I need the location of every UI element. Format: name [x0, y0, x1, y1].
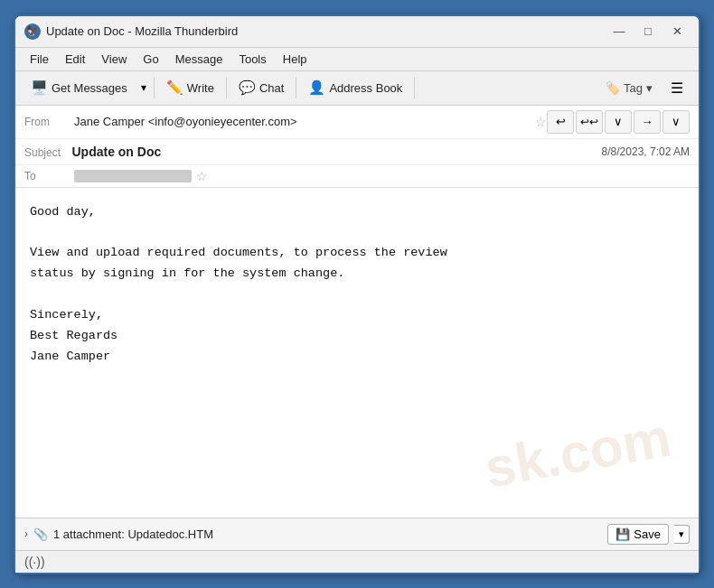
menu-bar: File Edit View Go Message Tools Help [15, 48, 699, 71]
save-dropdown-button[interactable]: ▾ [674, 525, 690, 544]
attachment-text: 1 attachment: Updatedoc.HTM [53, 527, 602, 541]
reply-button[interactable]: ↩ [547, 110, 574, 134]
body-line-4: status by signing in for the system chan… [30, 264, 684, 285]
to-value-redacted [74, 170, 192, 182]
chat-button[interactable]: 💬 Chat [230, 75, 292, 100]
from-value: Jane Camper <info@oyonieyecenter.com> [74, 115, 531, 128]
get-messages-label: Get Messages [52, 81, 127, 95]
title-bar-left: 🦅 Update on Doc - Mozilla Thunderbird [24, 23, 238, 40]
app-icon: 🦅 [24, 23, 41, 40]
menu-view[interactable]: View [94, 50, 134, 69]
maximize-button[interactable]: □ [635, 22, 661, 42]
address-book-icon: 👤 [308, 79, 325, 96]
email-headers: From Jane Camper <info@oyonieyecenter.co… [15, 106, 699, 188]
more-actions-button[interactable]: ∨ [662, 110, 690, 134]
save-disk-icon: 💾 [615, 527, 630, 541]
body-line-3: View and upload required documents, to p… [30, 243, 684, 264]
menu-tools[interactable]: Tools [231, 50, 273, 69]
window-controls: — □ ✕ [606, 22, 690, 42]
connection-status-icon: ((·)) [24, 555, 45, 569]
close-button[interactable]: ✕ [664, 22, 690, 42]
address-book-button[interactable]: 👤 Address Book [300, 75, 410, 100]
menu-file[interactable]: File [23, 50, 56, 69]
toolbar-sep-3 [296, 77, 296, 98]
write-button[interactable]: ✏️ Write [158, 75, 222, 100]
minimize-button[interactable]: — [606, 22, 632, 42]
from-label: From [24, 116, 74, 128]
get-messages-dropdown[interactable]: ▾ [137, 77, 150, 98]
body-line-1: Good day, [30, 202, 684, 223]
reply-all-button[interactable]: ↩↩ [576, 110, 603, 134]
save-button[interactable]: 💾 Save [607, 524, 669, 545]
save-label: Save [634, 527, 661, 541]
tag-icon: 🏷️ [606, 81, 620, 95]
get-messages-button[interactable]: 🖥️ Get Messages [23, 75, 136, 100]
chat-label: Chat [259, 81, 284, 95]
tag-label: Tag [624, 81, 643, 95]
window-title: Update on Doc - Mozilla Thunderbird [46, 24, 238, 38]
tag-dropdown-icon: ▾ [646, 81, 653, 95]
email-body: Good day, View and upload required docum… [15, 188, 699, 518]
body-line-7: Best Regards [30, 326, 684, 347]
subject-value: Update on Doc [71, 145, 161, 159]
address-book-label: Address Book [329, 81, 402, 95]
to-star-icon[interactable]: ☆ [196, 169, 208, 183]
menu-edit[interactable]: Edit [58, 50, 92, 69]
menu-message[interactable]: Message [168, 50, 230, 69]
subject-label: Subject [24, 146, 61, 159]
tag-button[interactable]: 🏷️ Tag ▾ [597, 77, 661, 99]
title-bar: 🦅 Update on Doc - Mozilla Thunderbird — … [15, 16, 699, 48]
from-star-icon[interactable]: ☆ [535, 115, 547, 129]
watermark: sk.com [478, 391, 678, 514]
toolbar-sep-1 [154, 77, 155, 98]
forward-button[interactable]: → [634, 110, 661, 134]
write-icon: ✏️ [166, 79, 183, 96]
toolbar-sep-4 [414, 77, 415, 98]
menu-help[interactable]: Help [276, 50, 315, 69]
subject-row: Subject Update on Doc 8/8/2023, 7:02 AM [15, 139, 699, 165]
header-action-buttons: ↩ ↩↩ ∨ → ∨ [547, 110, 690, 134]
toolbar: 🖥️ Get Messages ▾ ✏️ Write 💬 Chat 👤 Addr… [15, 71, 699, 106]
write-label: Write [187, 81, 214, 95]
attachment-bar: › 📎 1 attachment: Updatedoc.HTM 💾 Save ▾ [15, 518, 699, 550]
email-date: 8/8/2023, 7:02 AM [602, 145, 690, 158]
email-action-dropdown[interactable]: ∨ [605, 110, 632, 134]
body-line-8: Jane Camper [30, 347, 684, 368]
paperclip-icon: 📎 [33, 527, 48, 541]
from-row: From Jane Camper <info@oyonieyecenter.co… [15, 106, 699, 139]
chat-icon: 💬 [239, 79, 256, 96]
hamburger-menu-button[interactable]: ☰ [662, 75, 691, 101]
subject-area: Subject Update on Doc [24, 144, 161, 160]
attachment-expand-icon[interactable]: › [24, 527, 28, 540]
body-line-6: Sincerely, [30, 305, 684, 326]
toolbar-sep-2 [226, 77, 227, 98]
to-row: To ☆ [15, 165, 699, 187]
to-label: To [24, 170, 74, 182]
main-window: 🦅 Update on Doc - Mozilla Thunderbird — … [14, 14, 700, 574]
status-bar: ((·)) [15, 550, 699, 573]
menu-go[interactable]: Go [136, 50, 165, 69]
get-messages-icon: 🖥️ [31, 79, 48, 96]
